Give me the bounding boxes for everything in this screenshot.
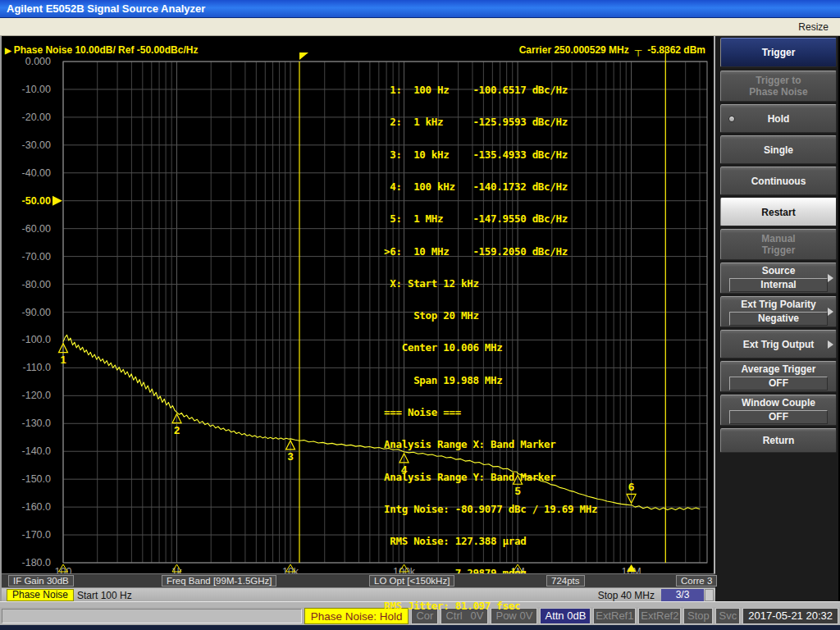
y-axis-tick-label: -170.0 <box>22 529 51 541</box>
y-axis-tick-label: -80.00 <box>22 279 51 290</box>
freq-band-status: Freq Band [99M-1.5GHz] <box>162 575 276 587</box>
marker-row: 1: 100 Hz -100.6517 dBc/Hz <box>384 84 597 95</box>
band-marker-flag-icon <box>299 52 308 60</box>
carrier-power: -5.8362 dBm <box>647 44 705 56</box>
correlation-status: Corre 3 <box>676 575 717 587</box>
softkey-single[interactable]: Single <box>720 135 837 164</box>
indicator-stop: Stop <box>683 608 713 624</box>
y-axis-tick-label: -60.00 <box>22 223 51 235</box>
window-couple-value: OFF <box>729 410 828 424</box>
ref-level-arrow-icon <box>52 196 62 206</box>
phase-noise-trace <box>63 335 700 509</box>
submenu-arrow-icon <box>828 274 833 282</box>
softkey-restart[interactable]: Restart <box>720 198 837 226</box>
rms-jitter: RMS Jitter: 81.097 fsec <box>384 600 597 611</box>
analysis-range-y: Analysis Range Y: Band Marker <box>384 472 597 482</box>
softkey-continuous[interactable]: Continuous <box>720 167 837 195</box>
marker-1-label: 1 <box>60 354 66 366</box>
softkey-hold[interactable]: Hold <box>720 104 837 133</box>
marker-row: 4: 100 kHz -140.1732 dBc/Hz <box>384 181 597 192</box>
y-axis-tick-label: -120.0 <box>22 390 51 401</box>
y-axis-tick-label: -40.00 <box>22 167 51 179</box>
y-axis-tick-label: 0.000 <box>25 56 51 67</box>
softkey-ext-trig-output[interactable]: Ext Trig Output <box>720 330 837 358</box>
y-axis-tick-label: -130.0 <box>22 418 51 429</box>
lo-opt-status: LO Opt [<150kHz] <box>369 575 454 587</box>
analysis-range-x: Analysis Range X: Band Marker <box>384 439 597 450</box>
indicator-extref1: ExtRef1 <box>593 608 636 624</box>
menu-resize[interactable]: Resize <box>787 21 840 33</box>
menu-bar: Resize <box>0 18 840 36</box>
marker-row: 3: 10 kHz -135.4933 dBc/Hz <box>384 149 597 160</box>
carrier-frequency: Carrier 250.000529 MHz <box>519 44 629 56</box>
softkey-menu: Trigger Trigger to Phase Noise Hold Sing… <box>715 36 838 601</box>
page-indicator: 3/3 <box>661 589 704 601</box>
marker-row: 5: 1 MHz -147.9550 dBc/Hz <box>384 213 597 224</box>
measurement-mode-tab[interactable]: Phase Noise <box>7 589 74 601</box>
submenu-arrow-icon <box>828 340 833 349</box>
source-value: Internal <box>729 278 828 292</box>
y-axis-tick-label: -30.00 <box>22 139 51 151</box>
band-x-center: Center 10.006 MHz <box>384 342 597 353</box>
submenu-arrow-icon <box>828 308 833 316</box>
carrier-readout: Carrier 250.000529 MHz ┬ -5.8362 dBm <box>519 44 705 56</box>
instrument-screen: 0.000-10.00-20.00-30.00-40.00-50.00-60.0… <box>0 36 714 601</box>
window-title: Agilent E5052B Signal Source Analyzer <box>7 2 205 15</box>
softkey-menu-title: Trigger <box>720 38 837 67</box>
band-x-span: Span 19.988 MHz <box>384 375 597 386</box>
softkey-average-trigger[interactable]: Average Trigger OFF <box>720 361 837 392</box>
marker-6-label: 6 <box>628 481 634 493</box>
intg-noise: Intg Noise: -80.9077 dBc / 19.69 MHz <box>384 504 597 514</box>
average-trigger-value: OFF <box>729 377 828 390</box>
softkey-source[interactable]: Source Internal <box>720 262 837 294</box>
y-axis-tick-label: -140.0 <box>22 445 51 457</box>
softkey-ext-trig-polarity[interactable]: Ext Trig Polarity Negative <box>720 296 837 327</box>
trace-header: ▶ Phase Noise 10.00dB/ Ref -50.00dBc/Hz <box>5 44 198 56</box>
softkey-manual-trigger[interactable]: Manual Trigger <box>720 229 837 260</box>
y-axis-tick-label: -180.0 <box>22 557 51 568</box>
sidebar-empty-area <box>720 455 837 601</box>
window-titlebar[interactable]: Agilent E5052B Signal Source Analyzer <box>0 0 840 18</box>
system-message-panel <box>2 609 302 623</box>
softkey-trigger-to-phase-noise[interactable]: Trigger to Phase Noise <box>720 71 837 102</box>
marker-3-label: 3 <box>287 450 293 463</box>
measurement-bar: Phase Noise Start 100 Hz Stop 40 MHz 3/3 <box>2 587 715 601</box>
y-axis-tick-label: -10.00 <box>22 84 51 95</box>
instrument-status-bar: IF Gain 30dB Freq Band [99M-1.5GHz] LO O… <box>2 573 715 587</box>
y-axis-tick-label: -70.00 <box>22 251 51 262</box>
sweep-start-label: Start 100 Hz <box>77 590 132 601</box>
marker-2-label: 2 <box>174 424 180 436</box>
ext-trig-polarity-value: Negative <box>729 312 828 326</box>
marker-row: >6: 10 MHz -159.2050 dBc/Hz <box>384 246 597 257</box>
ref-marker-icon: ┬ <box>635 44 642 56</box>
softkey-return[interactable]: Return <box>720 428 837 453</box>
softkey-window-couple[interactable]: Window Couple OFF <box>720 395 837 426</box>
rms-noise-rad: RMS Noise: 127.388 μrad <box>384 536 597 546</box>
y-axis-tick-label: -100.0 <box>22 334 51 345</box>
band-x-stop: Stop 20 MHz <box>384 310 597 321</box>
marker-row: 2: 1 kHz -125.9593 dBc/Hz <box>384 116 597 127</box>
clock: 2017-05-21 20:32 <box>742 608 838 624</box>
y-axis-tick-label: -50.00 <box>22 195 51 207</box>
y-axis-tick-label: -20.00 <box>22 112 51 123</box>
marker-readout-block: 1: 100 Hz -100.6517 dBc/Hz 2: 1 kHz -125… <box>384 63 597 630</box>
y-axis-tick-label: -150.0 <box>22 473 51 485</box>
y-axis-tick-label: -110.0 <box>22 362 51 373</box>
trace-select-arrow-icon: ▶ <box>5 46 11 55</box>
page-spinner[interactable] <box>705 589 714 601</box>
selected-dot-icon <box>728 116 735 122</box>
points-status: 724pts <box>546 575 585 587</box>
indicator-extref2: ExtRef2 <box>638 608 681 624</box>
band-x-start: X: Start 12 kHz <box>384 278 597 289</box>
y-axis-tick-label: -90.00 <box>22 307 51 318</box>
noise-section-title: === Noise === <box>384 407 597 418</box>
phase-noise-chart: 0.000-10.00-20.00-30.00-40.00-50.00-60.0… <box>2 36 715 601</box>
trace-scale-label: Phase Noise 10.00dB/ Ref -50.00dBc/Hz <box>14 44 199 56</box>
y-axis-tick-label: -160.0 <box>22 501 51 513</box>
sweep-stop-label: Stop 40 MHz <box>598 590 655 601</box>
if-gain-status: IF Gain 30dB <box>8 575 74 587</box>
indicator-svc: Svc <box>715 608 740 624</box>
